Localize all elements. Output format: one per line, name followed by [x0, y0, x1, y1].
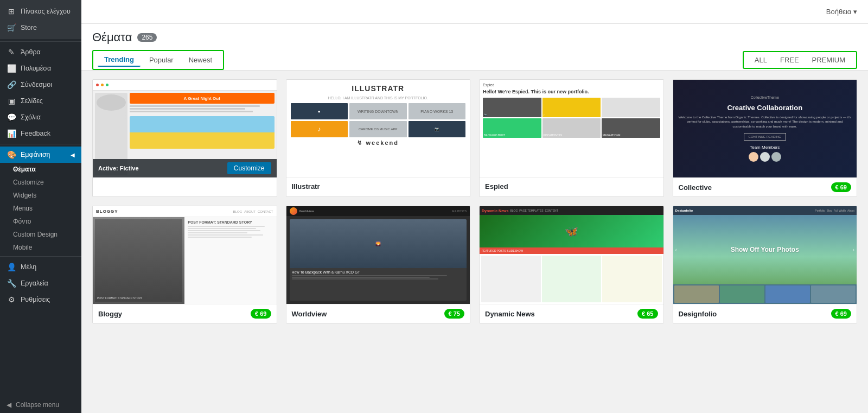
wv-name: Worldview	[299, 209, 315, 213]
esp-grid: 📷 ♪ BACKAGO BUZZ POCAHONTAS MEGAPHONE	[483, 98, 660, 138]
active-label: Active: Fictive	[98, 165, 139, 171]
filter-free[interactable]: FREE	[775, 54, 805, 66]
sidebar-sub-widgets[interactable]: Widgets	[0, 189, 81, 202]
sidebar-item-feedback[interactable]: 📊 Feedback	[0, 125, 81, 142]
sidebar-divider	[0, 41, 81, 42]
dn-butterfly: 🦋	[565, 225, 578, 238]
sidebar-sub-custom-design[interactable]: Custom Design	[0, 228, 81, 241]
tools-icon: 🔧	[7, 279, 16, 288]
esp-header: Espied	[483, 83, 660, 87]
col-team: Team Members	[750, 145, 780, 150]
col-text: Welcome to the Collective Theme from Org…	[679, 115, 852, 129]
filter-container: ALL FREE PREMIUM	[743, 51, 857, 69]
page-title: Θέματα	[92, 30, 132, 45]
comments-icon: 💬	[7, 113, 16, 122]
dashboard-icon: ⊞	[7, 7, 16, 16]
theme-card-footer-collective: Collective € 69	[673, 177, 857, 196]
main-content: Βοήθεια ▾ Θέματα 265 Trending Popular Ne…	[81, 0, 868, 413]
df-prev-arrow[interactable]: ‹	[675, 247, 677, 253]
sidebar-item-comments[interactable]: 💬 Σχόλια	[0, 109, 81, 125]
wv-post-title: How To Backpack With a Karhu XCD GT	[292, 270, 465, 274]
sidebar-item-tools[interactable]: 🔧 Εργαλεία	[0, 275, 81, 291]
theme-card-bloggy[interactable]: BLOGGY BLOG ABOUT CONTACT	[92, 206, 277, 323]
sidebar-top: ⊞ Πίνακας ελέγχου 🛒 Store	[0, 0, 81, 39]
theme-screenshot-designfolio: Designfolio Portfolio Blog Full Width Ab…	[673, 206, 857, 304]
tab-popular[interactable]: Popular	[143, 54, 180, 66]
sidebar: ⊞ Πίνακας ελέγχου 🛒 Store ✎ Άρθρα ⬜ Πολυ…	[0, 0, 81, 413]
col-avatar-3	[771, 152, 781, 162]
mock-dynamic: Dynamic News BLOG PAGE TEMPLATES CONTENT…	[480, 206, 663, 304]
tabs-container: Trending Popular Newest	[92, 50, 224, 70]
help-button[interactable]: Βοήθεια ▾	[826, 8, 857, 16]
theme-name-illustratr: Illustratr	[292, 182, 465, 190]
theme-price-bloggy: € 69	[251, 309, 271, 319]
sidebar-item-pages[interactable]: ▣ Σελίδες	[0, 93, 81, 109]
theme-card-footer-worldview: Worldview € 75	[286, 304, 470, 323]
sidebar-sub-fonts[interactable]: Φόντο	[0, 215, 81, 228]
sidebar-item-appearance[interactable]: 🎨 Εμφάνιση ◀	[0, 147, 81, 163]
sidebar-sub-themes[interactable]: Θέματα	[0, 163, 81, 176]
filter-all[interactable]: ALL	[749, 54, 773, 66]
mock-collective: CollectiveTheme Creative Collaboration W…	[673, 80, 857, 177]
theme-price-dynamic: € 65	[637, 309, 658, 319]
sidebar-item-label: Άρθρα	[21, 48, 41, 56]
sidebar-sub-mobile[interactable]: Mobile	[0, 241, 81, 254]
sidebar-item-label: Εργαλεία	[21, 279, 48, 287]
sidebar-item-label: Μέλη	[21, 263, 36, 271]
theme-card-designfolio[interactable]: Designfolio Portfolio Blog Full Width Ab…	[673, 206, 858, 323]
sidebar-item-label: Πίνακας ελέγχου	[21, 8, 71, 15]
sidebar-item-media[interactable]: ⬜ Πολυμέσα	[0, 60, 81, 77]
collapse-arrow: ◀	[71, 152, 75, 158]
customize-button[interactable]: Customize	[227, 162, 271, 174]
sidebar-item-dashboard[interactable]: ⊞ Πίνακας ελέγχου	[0, 3, 81, 20]
sidebar-sub-customize[interactable]: Customize	[0, 176, 81, 189]
theme-card-illustratr[interactable]: ILLUSTRATR HELLO, I AM ILLUSTRATR AND TH…	[286, 79, 471, 197]
theme-card-worldview[interactable]: Worldview ALL POSTS 🌄 How	[286, 206, 471, 323]
col-avatar-1	[749, 152, 758, 162]
tab-trending[interactable]: Trending	[98, 53, 141, 67]
active-prefix: Active:	[98, 165, 118, 171]
sidebar-divider-3	[0, 256, 81, 257]
col-logo: CollectiveTheme	[751, 96, 779, 99]
sidebar-item-store[interactable]: 🛒 Store	[0, 20, 81, 36]
fictive-post-title: A Great Night Out	[184, 96, 220, 101]
il-title: ILLUSTRATR	[352, 84, 404, 93]
theme-name-collective: Collective	[679, 183, 712, 192]
sidebar-item-members[interactable]: 👤 Μέλη	[0, 259, 81, 275]
theme-card-fictive[interactable]: A Great Night Out	[92, 79, 277, 197]
df-hero-title: Show Off Your Photos	[731, 246, 799, 253]
theme-card-dynamic[interactable]: Dynamic News BLOG PAGE TEMPLATES CONTENT…	[479, 206, 664, 323]
articles-icon: ✎	[7, 48, 16, 56]
theme-card-footer-bloggy: Bloggy € 69	[93, 304, 277, 323]
col-title: Creative Collaboration	[727, 104, 802, 112]
sidebar-divider-2	[0, 144, 81, 144]
theme-card-espied[interactable]: Espied Hello! We're Espied. This is our …	[479, 79, 664, 197]
df-thumb-4	[811, 285, 856, 303]
il-sub: HELLO, I AM ILLUSTRATR AND THIS IS MY PO…	[328, 96, 428, 100]
theme-screenshot-espied: Espied Hello! We're Espied. This is our …	[480, 80, 663, 177]
page-header: Θέματα 265 Trending Popular Newest ALL F…	[81, 24, 868, 71]
sidebar-item-settings[interactable]: ⚙ Ρυθμίσεις	[0, 291, 81, 308]
sidebar-sub-menus[interactable]: Menus	[0, 202, 81, 215]
tab-newest[interactable]: Newest	[182, 54, 219, 66]
col-avatar-2	[760, 152, 770, 162]
bl-post-title: POST FORMAT: STANDARD STORY	[188, 220, 273, 224]
col-continue-reading[interactable]: CONTINUE READING	[744, 133, 786, 141]
theme-price-worldview: € 75	[444, 309, 464, 319]
theme-name-dynamic: Dynamic News	[485, 310, 535, 318]
members-icon: 👤	[7, 263, 16, 271]
df-next-arrow[interactable]: ›	[853, 247, 854, 253]
filter-premium[interactable]: PREMIUM	[807, 54, 851, 66]
collapse-menu-button[interactable]: ◀ Collapse menu	[0, 397, 81, 413]
appearance-icon: 🎨	[7, 150, 16, 159]
mock-designfolio: Designfolio Portfolio Blog Full Width Ab…	[673, 206, 857, 304]
theme-screenshot-bloggy: BLOGGY BLOG ABOUT CONTACT	[93, 206, 277, 304]
mock-worldview: Worldview ALL POSTS 🌄 How	[286, 206, 470, 304]
theme-card-collective[interactable]: CollectiveTheme Creative Collaboration W…	[673, 79, 858, 197]
theme-name-designfolio: Designfolio	[679, 310, 717, 318]
sidebar-item-links[interactable]: 🔗 Σύνδεσμοι	[0, 77, 81, 93]
theme-name-espied: Espied	[485, 182, 658, 190]
sidebar-item-articles[interactable]: ✎ Άρθρα	[0, 44, 81, 60]
theme-price-designfolio: € 69	[831, 309, 851, 319]
pages-icon: ▣	[7, 97, 16, 105]
